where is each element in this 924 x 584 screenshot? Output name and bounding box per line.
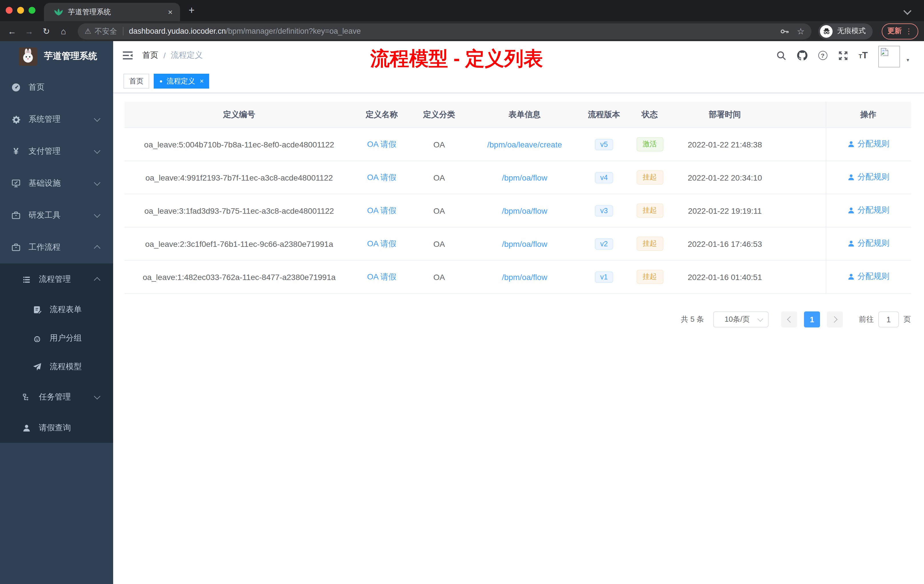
- list-icon: [22, 275, 31, 284]
- definition-name-link[interactable]: OA 请假: [367, 139, 396, 148]
- sidebar-menu: 首页 系统管理 ¥ 支付管理: [0, 71, 113, 443]
- flow-tree-icon: [22, 393, 31, 402]
- broken-image-icon: [880, 48, 889, 56]
- window-controls[interactable]: [6, 7, 35, 14]
- avatar-caret-icon[interactable]: ▾: [907, 57, 909, 63]
- assign-rule-button[interactable]: 分配规则: [847, 205, 889, 216]
- sidebar-item-leave-query[interactable]: 请假查询: [0, 413, 113, 443]
- definition-name-link[interactable]: OA 请假: [367, 272, 396, 281]
- cell-definition-id: oa_leave:1:482ec033-762a-11ec-8477-a2380…: [125, 272, 354, 281]
- page-size-select[interactable]: 10条/页: [713, 312, 769, 327]
- incognito-badge: 无痕模式: [818, 23, 873, 39]
- person-icon: [847, 240, 855, 247]
- cell-category: OA: [410, 206, 469, 215]
- font-size-icon[interactable]: TT: [858, 51, 868, 60]
- cell-category: OA: [410, 140, 469, 149]
- sidebar-item-home[interactable]: 首页: [0, 71, 113, 104]
- browser-tab[interactable]: 芋道管理系统 ×: [44, 3, 180, 21]
- goto-page-input[interactable]: 1: [878, 312, 899, 327]
- avatar[interactable]: [879, 46, 900, 68]
- fullscreen-icon[interactable]: [838, 51, 848, 60]
- breadcrumb-current: 流程定义: [171, 50, 203, 61]
- sidebar-item-workflow[interactable]: 工作流程: [0, 231, 113, 264]
- sidebar-item-process-form[interactable]: 流程表单: [0, 295, 113, 324]
- cell-definition-id: oa_leave:5:004b710b-7b8a-11ec-8ef0-acde4…: [125, 140, 354, 149]
- assign-rule-button[interactable]: 分配规则: [847, 239, 889, 249]
- github-icon[interactable]: [797, 50, 807, 61]
- cell-deploy-time: 2022-01-16 01:40:51: [672, 272, 778, 281]
- assign-rule-button[interactable]: 分配规则: [847, 172, 889, 183]
- tab-strip: 芋道管理系统 × +: [0, 0, 924, 21]
- bookmark-star-icon[interactable]: ☆: [797, 26, 805, 36]
- brand-logo: [19, 47, 37, 66]
- table-row: oa_leave:1:482ec033-762a-11ec-8477-a2380…: [125, 261, 911, 294]
- sidebar-item-process-management[interactable]: 流程管理: [0, 264, 113, 295]
- sidebar-item-infrastructure[interactable]: 基础设施: [0, 167, 113, 200]
- breadcrumb-home[interactable]: 首页: [142, 50, 158, 61]
- sidebar-item-user-group[interactable]: 用户分组: [0, 324, 113, 353]
- security-label[interactable]: 不安全: [94, 26, 117, 36]
- breadcrumb-separator: /: [163, 51, 166, 60]
- tag-home[interactable]: 首页: [124, 74, 149, 89]
- next-page-button[interactable]: [827, 312, 843, 327]
- assign-rule-button[interactable]: 分配规则: [847, 139, 889, 149]
- close-window-button[interactable]: [6, 7, 13, 14]
- tags-view-bar: 首页 ● 流程定义 ×: [113, 70, 924, 93]
- tag-process-definition[interactable]: ● 流程定义 ×: [154, 74, 210, 89]
- definition-table: 定义编号 定义名称 定义分类 表单信息 流程版本 状态 部署时间 操作 oa_l…: [125, 102, 911, 294]
- col-operation: 操作: [826, 109, 911, 120]
- chevron-down-icon: [94, 179, 101, 186]
- fixed-column-divider: [826, 102, 826, 294]
- help-icon[interactable]: ?: [818, 51, 827, 60]
- col-process-version: 流程版本: [581, 109, 627, 120]
- annotation-title: 流程模型 - 定义列表: [370, 48, 543, 69]
- collapse-sidebar-icon[interactable]: [123, 51, 133, 60]
- form-info-link[interactable]: /bpm/oa/flow: [502, 272, 548, 281]
- url-host: dashboard.yudao.iocoder.cn: [129, 27, 226, 35]
- password-key-icon[interactable]: [780, 26, 789, 36]
- col-status: 状态: [627, 109, 672, 120]
- col-definition-category: 定义分类: [410, 109, 469, 120]
- current-page[interactable]: 1: [804, 312, 820, 327]
- zoom-window-button[interactable]: [28, 7, 35, 14]
- sidebar-item-system[interactable]: 系统管理: [0, 104, 113, 135]
- person-icon: [847, 174, 855, 181]
- assign-rule-button[interactable]: 分配规则: [847, 272, 889, 282]
- home-button[interactable]: ⌂: [57, 21, 70, 41]
- new-tab-button[interactable]: +: [188, 4, 195, 16]
- sidebar-item-task-management[interactable]: 任务管理: [0, 381, 113, 413]
- col-definition-id: 定义编号: [125, 109, 354, 120]
- address-divider: [122, 27, 123, 35]
- sidebar-item-process-model[interactable]: 流程模型: [0, 353, 113, 381]
- status-badge: 挂起: [636, 203, 663, 218]
- tab-search-icon[interactable]: [903, 7, 911, 15]
- form-info-link[interactable]: /bpm/oa/flow: [502, 239, 548, 248]
- minimize-window-button[interactable]: [17, 7, 24, 14]
- form-info-link[interactable]: /bpm/oa/flow: [502, 206, 548, 215]
- sidebar-item-payment[interactable]: ¥ 支付管理: [0, 135, 113, 167]
- chrome-update-button[interactable]: 更新 ⋮: [882, 23, 918, 39]
- status-badge: 挂起: [636, 237, 663, 251]
- definition-name-link[interactable]: OA 请假: [367, 172, 396, 181]
- tag-close-icon[interactable]: ×: [200, 77, 204, 85]
- site-favicon-icon: [54, 8, 63, 16]
- forward-button[interactable]: →: [23, 21, 35, 41]
- chevron-up-icon: [94, 245, 101, 252]
- tab-close-icon[interactable]: ×: [166, 7, 174, 16]
- monitor-check-icon: [12, 179, 21, 188]
- browser-menu-icon[interactable]: ⋮: [905, 27, 912, 35]
- col-deploy-time: 部署时间: [672, 109, 778, 120]
- version-badge: v3: [595, 205, 613, 216]
- page-content: 定义编号 定义名称 定义分类 表单信息 流程版本 状态 部署时间 操作 oa_l…: [113, 93, 924, 327]
- back-button[interactable]: ←: [6, 21, 18, 41]
- form-info-link[interactable]: /bpm/oa/leave/create: [487, 140, 562, 149]
- sidebar-item-devtools[interactable]: 研发工具: [0, 200, 113, 231]
- prev-page-button[interactable]: [781, 312, 797, 327]
- definition-name-link[interactable]: OA 请假: [367, 205, 396, 214]
- definition-name-link[interactable]: OA 请假: [367, 239, 396, 248]
- search-icon[interactable]: [776, 51, 786, 60]
- col-form-info: 表单信息: [469, 109, 581, 120]
- form-info-link[interactable]: /bpm/oa/flow: [502, 173, 548, 182]
- reload-button[interactable]: ↻: [40, 21, 53, 41]
- address-bar[interactable]: ⚠ 不安全 dashboard.yudao.iocoder.cn/bpm/man…: [78, 23, 812, 39]
